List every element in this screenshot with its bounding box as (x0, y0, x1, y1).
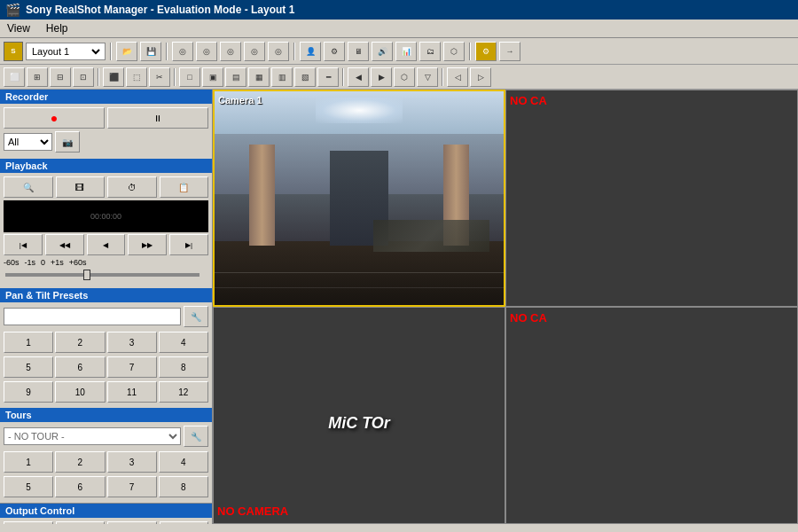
tb2-btn9[interactable]: ▣ (202, 67, 223, 87)
rew-btn[interactable]: ◀◀ (45, 234, 84, 255)
output-btn2[interactable]: ⬜ (56, 521, 106, 524)
recorder-btn-row1: ● ⏸ (4, 107, 208, 129)
tour-btn-5[interactable]: 5 (4, 476, 53, 497)
tour-btn-3[interactable]: 3 (107, 451, 157, 473)
playback-film-btn[interactable]: 🎞 (56, 176, 106, 198)
tours-config-btn[interactable]: 🔧 (184, 426, 208, 447)
playback-list-btn[interactable]: 📋 (160, 176, 209, 198)
toolbar-btn-arrow[interactable]: → (499, 42, 520, 61)
tb2-btn4[interactable]: ⊡ (73, 67, 94, 87)
toolbar-btn-h[interactable]: 🔊 (372, 42, 393, 61)
preset-btn-5[interactable]: 5 (4, 356, 53, 378)
playback-clock-btn[interactable]: ⏱ (107, 176, 157, 198)
preset-btn-10[interactable]: 10 (55, 381, 105, 403)
preset-btn-11[interactable]: 11 (107, 381, 157, 403)
toolbar-btn-settings[interactable]: ⚙ (475, 42, 497, 61)
toolbar-logo-btn[interactable]: S (4, 42, 23, 61)
tb2-btn10[interactable]: ▤ (225, 67, 246, 87)
toolbar-btn-m[interactable]: ⚙ (324, 42, 345, 61)
tb2-sep4 (442, 68, 443, 86)
tb2-btn8[interactable]: □ (179, 67, 200, 87)
camera-cell-4[interactable]: NO CA (505, 307, 798, 524)
toolbar-btn-i[interactable]: 📊 (395, 42, 417, 61)
tb2-btn1[interactable]: ⬜ (4, 67, 25, 87)
tb2-btn18[interactable]: ▽ (417, 67, 438, 87)
preset-btn-9[interactable]: 9 (4, 381, 53, 403)
tb2-btn7[interactable]: ✂ (149, 67, 170, 87)
preset-btn-3[interactable]: 3 (107, 332, 157, 353)
pause-button[interactable]: ⏸ (107, 107, 208, 129)
toolbar-btn-cam4[interactable]: ◎ (244, 42, 265, 61)
tb2-btn13[interactable]: ▧ (294, 67, 316, 87)
tb2-btn15[interactable]: ◀ (348, 67, 369, 87)
layout-dropdown-container[interactable]: Layout 1 Layout 2 (26, 43, 106, 60)
toolbar-btn-k[interactable]: ⬡ (443, 42, 465, 61)
play-btn[interactable]: ◀ (87, 234, 126, 255)
tours-grid-row1: 1 2 3 4 (4, 450, 208, 474)
pan-tilt-wrench-btn[interactable]: 🔧 (184, 306, 208, 327)
preset-btn-8[interactable]: 8 (159, 356, 208, 378)
tb2-btn20[interactable]: ▷ (470, 67, 491, 87)
tours-content: - NO TOUR - 🔧 1 2 3 4 5 6 7 8 (0, 422, 212, 503)
cam1-reflection1 (215, 272, 504, 273)
toolbar-btn-cam5[interactable]: ◎ (268, 42, 289, 61)
tb2-btn16[interactable]: ▶ (371, 67, 392, 87)
camera-cell-2[interactable]: NO CA (505, 90, 798, 307)
record-button[interactable]: ● (4, 107, 105, 129)
recorder-title: Recorder (0, 90, 212, 104)
fwd-btn[interactable]: ▶▶ (128, 234, 167, 255)
pan-tilt-input[interactable] (4, 308, 181, 325)
tb2-btn6[interactable]: ⬚ (126, 67, 147, 87)
preset-btn-12[interactable]: 12 (159, 381, 208, 403)
preset-btn-4[interactable]: 4 (159, 332, 208, 353)
film-icon: 🎞 (75, 183, 84, 192)
tb2-btn5[interactable]: ⬛ (103, 67, 124, 87)
tb2-btn12[interactable]: ▥ (271, 67, 293, 87)
tour-btn-2[interactable]: 2 (55, 451, 105, 473)
preset-btn-2[interactable]: 2 (55, 332, 105, 353)
slider-thumb[interactable] (83, 270, 90, 280)
toolbar-btn-person[interactable]: 👤 (300, 42, 321, 61)
camera-cell-1[interactable]: Camera 1 (213, 90, 505, 307)
tour-btn-7[interactable]: 7 (107, 476, 157, 497)
tb2-btn2[interactable]: ⊞ (27, 67, 48, 87)
preset-btn-7[interactable]: 7 (107, 356, 157, 378)
tb2-btn14[interactable]: ━ (317, 67, 339, 87)
output-btn3[interactable]: ⬜ (107, 521, 157, 524)
menu-help[interactable]: Help (43, 21, 72, 35)
toolbar-btn-cam[interactable]: ◎ (172, 42, 193, 61)
layout-select[interactable]: Layout 1 Layout 2 (28, 45, 103, 58)
slider-label-zero: 0 (41, 258, 45, 267)
playback-title: Playback (0, 159, 212, 173)
sep2 (166, 43, 168, 60)
toolbar-btn-cam3[interactable]: ◎ (220, 42, 241, 61)
tb2-btn19[interactable]: ◁ (447, 67, 468, 87)
tb2-btn11[interactable]: ▦ (248, 67, 270, 87)
tb2-btn3[interactable]: ⊟ (50, 67, 71, 87)
tour-btn-6[interactable]: 6 (55, 476, 105, 497)
toolbar-btn-open[interactable]: 📂 (116, 42, 137, 61)
all-dropdown[interactable]: All (4, 133, 52, 151)
next-btn[interactable]: ▶| (169, 234, 208, 255)
output-btn1[interactable]: ⬜ (4, 521, 53, 524)
tours-select[interactable]: - NO TOUR - (4, 427, 181, 445)
toolbar-btn-j[interactable]: 🗂 (419, 42, 441, 61)
cam1-skylight (316, 98, 403, 123)
preset-btn-6[interactable]: 6 (55, 356, 105, 378)
toolbar-btn-cam2[interactable]: ◎ (196, 42, 217, 61)
prev-btn[interactable]: |◀ (4, 234, 43, 255)
toolbar-btn-save[interactable]: 💾 (140, 42, 161, 61)
playback-search-btn[interactable]: 🔍 (4, 176, 53, 198)
tour-btn-8[interactable]: 8 (159, 476, 208, 497)
tour-btn-4[interactable]: 4 (159, 451, 208, 473)
output-btn4[interactable]: ⬜ (160, 521, 209, 524)
camera-cell-3[interactable]: MiC TOr NO CAMERA (213, 307, 505, 524)
cam-icon-btn[interactable]: 📷 (55, 131, 80, 153)
output-control-content: ⬜ ⬜ ⬜ ⬜ (0, 518, 212, 524)
preset-btn-1[interactable]: 1 (4, 332, 53, 353)
menu-view[interactable]: View (4, 21, 34, 35)
tb2-btn17[interactable]: ⬡ (394, 67, 415, 87)
playback-slider[interactable] (4, 269, 208, 281)
toolbar-btn-g[interactable]: 🖥 (348, 42, 369, 61)
tour-btn-1[interactable]: 1 (4, 451, 53, 473)
